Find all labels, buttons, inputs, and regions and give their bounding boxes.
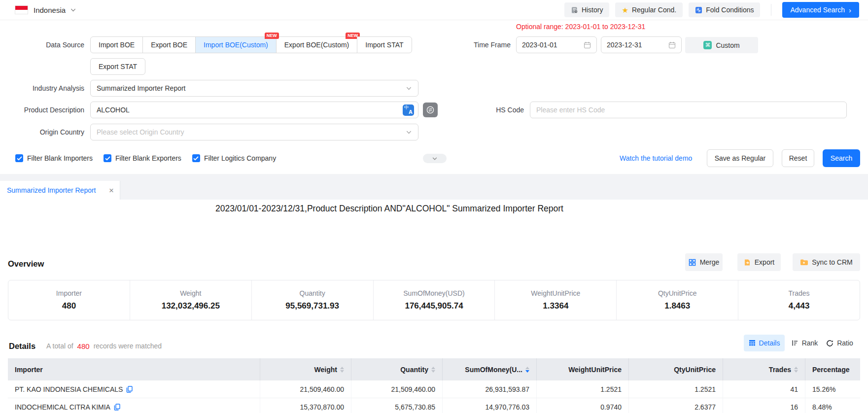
ratio-icon	[826, 340, 833, 347]
qty-unit-price-cell: 1.2521	[629, 380, 723, 398]
col-importer: Importer	[8, 358, 260, 380]
col-percentage: Percentage	[805, 358, 860, 380]
checkbox-checked-icon	[192, 154, 200, 162]
col-sum-of-money[interactable]: SumOfMoney(U...	[443, 358, 537, 380]
date-start-input[interactable]: 2023-01-01	[516, 36, 597, 53]
view-ratio-label: Ratio	[837, 339, 853, 347]
chevron-down-icon	[406, 129, 412, 136]
checkbox-checked-icon	[15, 154, 23, 162]
date-start-value: 2023-01-01	[522, 41, 557, 49]
match-prefix: A total of	[46, 342, 73, 350]
view-details-label: Details	[759, 339, 780, 347]
history-button[interactable]: History	[564, 2, 610, 17]
close-icon[interactable]: ×	[109, 186, 114, 195]
save-as-regular-button[interactable]: Save as Regular	[707, 149, 773, 167]
merge-button[interactable]: Merge	[685, 253, 723, 271]
checkbox-filter-blank-exporters[interactable]: Filter Blank Exporters	[104, 154, 181, 162]
fold-conditions-icon	[695, 6, 702, 14]
date-end-input[interactable]: 2023-12-31	[601, 36, 682, 53]
col-weight[interactable]: Weight	[260, 358, 351, 380]
watch-tutorial-link[interactable]: Watch the tutorial demo	[620, 149, 692, 167]
country-selector-label[interactable]: Indonesia	[34, 6, 66, 14]
view-rank-button[interactable]: Rank	[791, 335, 819, 351]
weight-unit-price-cell: 0.9740	[537, 398, 629, 413]
col-trades[interactable]: Trades	[723, 358, 805, 380]
col-quantity[interactable]: Quantity	[351, 358, 443, 380]
qty-unit-price-cell: 2.6377	[629, 398, 723, 413]
history-label: History	[582, 6, 603, 14]
tab-label: Summarized Importer Report	[7, 186, 109, 194]
indonesia-flag-icon	[15, 5, 28, 14]
data-source-label: Data Source	[0, 36, 84, 53]
sort-icons[interactable]	[431, 367, 435, 373]
tab-import-stat[interactable]: Import STAT	[357, 36, 412, 53]
origin-country-label: Origin Country	[0, 124, 84, 140]
tab-export-stat[interactable]: Export STAT	[90, 58, 145, 75]
tab-summarized-importer-report[interactable]: Summarized Importer Report ×	[0, 181, 120, 200]
filter-checkbox-row: Filter Blank Importers Filter Blank Expo…	[15, 149, 287, 167]
hs-code-input-wrap	[530, 102, 847, 118]
product-description-input-wrap: 中A	[90, 102, 418, 118]
stat-quantity: Quantity95,569,731.93	[251, 280, 373, 320]
hs-code-input[interactable]	[536, 106, 840, 114]
merge-icon	[689, 259, 696, 266]
custom-icon: ⌘	[703, 41, 712, 49]
expand-conditions-button[interactable]	[423, 154, 447, 163]
history-icon	[571, 6, 578, 14]
star-icon: ★	[622, 6, 628, 14]
tab-export-boe[interactable]: Export BOE	[142, 36, 196, 53]
quantity-cell: 21,509,460.00	[351, 380, 443, 398]
chevron-down-icon[interactable]	[70, 7, 76, 13]
export-icon	[744, 259, 751, 266]
tab-import-boe[interactable]: Import BOE	[90, 36, 143, 53]
sort-icons[interactable]	[794, 367, 798, 373]
advanced-search-label: Advanced Search	[790, 6, 845, 14]
advanced-search-button[interactable]: Advanced Search ›	[782, 2, 859, 18]
view-details-button[interactable]: Details	[744, 335, 785, 351]
importer-name[interactable]: INDOCHEMICAL CITRA KIMIA	[15, 403, 110, 411]
stat-sum-of-money: SumOfMoney(USD)176,445,905.74	[373, 280, 495, 320]
custom-range-button[interactable]: ⌘ Custom	[685, 37, 758, 53]
search-button[interactable]: Search	[823, 149, 860, 167]
tab-export-boe-custom[interactable]: Export BOE(Custom)NEW	[276, 36, 357, 53]
percentage-cell: 8.48%	[805, 398, 860, 413]
table-row: PT. KAO INDONESIA CHEMICALS 21,509,460.0…	[8, 380, 860, 398]
regular-cond-button[interactable]: ★ Regular Cond.	[615, 2, 683, 17]
time-frame-label: Time Frame	[437, 36, 511, 53]
optional-range-note: Optional range: 2023-01-01 to 2023-12-31	[516, 23, 645, 31]
reset-button[interactable]: Reset	[782, 149, 814, 167]
app-root: Indonesia History ★ Regular Cond. Fold C…	[0, 0, 868, 413]
view-ratio-button[interactable]: Ratio	[824, 335, 856, 351]
checkbox-filter-logitics-company[interactable]: Filter Logitics Company	[192, 154, 276, 162]
top-bar: Indonesia History ★ Regular Cond. Fold C…	[0, 0, 868, 20]
export-label: Export	[755, 258, 774, 266]
sync-to-crm-button[interactable]: Sync to CRM	[793, 253, 860, 271]
origin-country-select[interactable]: Please select Origin Country	[90, 124, 418, 140]
industry-analysis-select[interactable]: Summarized Importer Report	[90, 80, 418, 97]
importer-cell[interactable]: PT. KAO INDONESIA CHEMICALS	[8, 380, 260, 398]
report-content: 2023/01/01-2023/12/31,Product Descriptio…	[0, 200, 868, 413]
sort-icons[interactable]	[340, 367, 344, 373]
translate-toggle-button[interactable]	[423, 103, 438, 117]
overview-stats-panel: Importer480 Weight132,032,496.25 Quantit…	[8, 280, 860, 320]
calendar-icon	[668, 41, 676, 49]
export-button[interactable]: Export	[737, 253, 781, 271]
fold-conditions-button[interactable]: Fold Conditions	[689, 2, 760, 17]
product-description-input[interactable]	[97, 106, 412, 114]
copy-icon[interactable]	[114, 404, 120, 411]
importer-name[interactable]: PT. KAO INDONESIA CHEMICALS	[15, 385, 123, 393]
importer-cell[interactable]: INDOCHEMICAL CITRA KIMIA	[8, 398, 260, 413]
report-title: 2023/01/01-2023/12/31,Product Descriptio…	[0, 204, 779, 214]
copy-icon[interactable]	[126, 386, 133, 393]
stat-weight-unit-price: WeightUnitPrice1.3364	[494, 280, 616, 320]
custom-label: Custom	[716, 41, 739, 49]
new-badge: NEW	[265, 33, 279, 39]
tab-import-boe-custom[interactable]: Import BOE(Custom)NEW	[195, 36, 277, 53]
topbar-divider	[771, 4, 771, 16]
product-description-label: Product Description	[0, 102, 84, 118]
data-source-tab-group: Import BOE Export BOE Import BOE(Custom)…	[90, 36, 412, 53]
col-weight-unit-price: WeightUnitPrice	[537, 358, 629, 380]
translate-icon[interactable]: 中A	[403, 104, 414, 116]
checkbox-filter-blank-importers[interactable]: Filter Blank Importers	[15, 154, 93, 162]
sort-icons[interactable]	[525, 367, 529, 373]
